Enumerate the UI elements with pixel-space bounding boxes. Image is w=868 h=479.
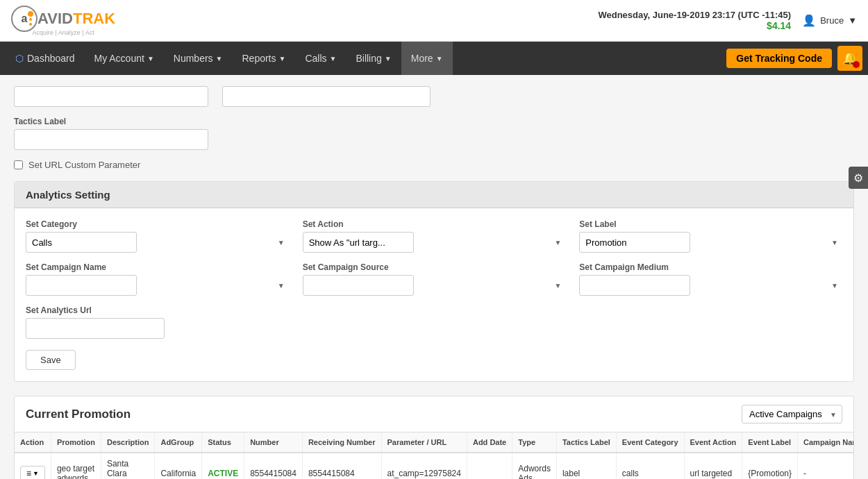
set-analytics-url-input[interactable] bbox=[26, 318, 165, 339]
cell-event-category: calls bbox=[616, 453, 684, 479]
set-label-group: Set Label Promotion bbox=[579, 219, 842, 253]
svg-point-4 bbox=[29, 23, 32, 26]
nav-my-account-caret: ▼ bbox=[147, 55, 154, 62]
current-promotion-section: Current Promotion Active Campaigns Actio… bbox=[14, 396, 854, 479]
nav-billing[interactable]: Billing ▼ bbox=[346, 42, 401, 75]
tactics-label-text: Tactics Label bbox=[14, 117, 854, 126]
tactics-label-input[interactable] bbox=[14, 129, 208, 150]
set-analytics-url-label: Set Analytics Url bbox=[26, 305, 842, 315]
nav-numbers-label: Numbers bbox=[174, 53, 213, 64]
svg-point-3 bbox=[29, 18, 32, 21]
set-action-label: Set Action bbox=[303, 219, 566, 229]
analytics-body: Set Category Calls Set Action Show As "u… bbox=[15, 208, 853, 381]
cell-parameter-url: at_camp=12975824 bbox=[381, 453, 467, 479]
form-group-left bbox=[14, 86, 208, 107]
get-tracking-label: Get Tracking Code bbox=[736, 53, 822, 64]
nav-more[interactable]: More ▼ bbox=[401, 42, 453, 75]
col-number: Number bbox=[244, 432, 303, 453]
set-analytics-url-group: Set Analytics Url bbox=[26, 305, 842, 339]
nav-calls[interactable]: Calls ▼ bbox=[295, 42, 346, 75]
col-promotion: Promotion bbox=[51, 432, 101, 453]
svg-text:a: a bbox=[22, 12, 28, 24]
nav-numbers[interactable]: Numbers ▼ bbox=[164, 42, 233, 75]
nav-reports-label: Reports bbox=[242, 53, 276, 64]
balance: $4.14 bbox=[598, 20, 791, 31]
status-badge: ACTIVE bbox=[208, 469, 238, 478]
get-tracking-button[interactable]: Get Tracking Code bbox=[726, 49, 832, 68]
analytics-grid: Set Category Calls Set Action Show As "u… bbox=[26, 219, 842, 296]
nav-reports-caret: ▼ bbox=[279, 55, 286, 62]
cell-event-action: url targeted bbox=[684, 453, 742, 479]
nav-calls-label: Calls bbox=[305, 53, 326, 64]
col-type: Type bbox=[512, 432, 557, 453]
top-left-input[interactable] bbox=[14, 86, 208, 107]
set-campaign-medium-select[interactable] bbox=[579, 275, 690, 296]
col-campaign-name: Campaign Name bbox=[798, 432, 853, 453]
user-menu[interactable]: 👤 Bruce ▼ bbox=[802, 14, 857, 27]
set-label-label: Set Label bbox=[579, 219, 842, 229]
settings-gear-panel[interactable]: ⚙ bbox=[849, 167, 868, 189]
set-campaign-source-select[interactable] bbox=[303, 275, 414, 296]
nav-reports[interactable]: Reports ▼ bbox=[232, 42, 295, 75]
col-receiving-number: Receiving Number bbox=[302, 432, 381, 453]
cell-number: 8554415084 bbox=[244, 453, 303, 479]
nav-billing-label: Billing bbox=[356, 53, 381, 64]
active-campaigns-select[interactable]: Active Campaigns bbox=[742, 405, 842, 423]
dashboard-icon: ⬡ bbox=[15, 53, 24, 64]
set-category-wrapper: Calls bbox=[26, 232, 289, 253]
user-name: Bruce bbox=[820, 15, 844, 26]
analytics-section: Analytics Setting Set Category Calls Set… bbox=[14, 181, 854, 382]
active-campaigns-wrapper: Active Campaigns bbox=[742, 405, 842, 423]
table-title: Current Promotion bbox=[26, 407, 131, 421]
nav-my-account[interactable]: My Account ▼ bbox=[85, 42, 164, 75]
nav-more-caret: ▼ bbox=[436, 55, 443, 62]
set-campaign-name-group: Set Campaign Name bbox=[26, 262, 289, 296]
set-category-select[interactable]: Calls bbox=[26, 232, 137, 253]
set-campaign-medium-wrapper bbox=[579, 275, 842, 296]
nav-dashboard[interactable]: ⬡ Dashboard bbox=[6, 42, 85, 75]
cell-tactics-label: label bbox=[556, 453, 616, 479]
datetime: Wednesday, June-19-2019 23:17 (UTC -11:4… bbox=[598, 10, 791, 31]
cell-adgroup: California bbox=[155, 453, 202, 479]
set-url-custom-param-row: Set URL Custom Parameter bbox=[14, 160, 854, 170]
tactics-label-group: Tactics Label bbox=[14, 117, 854, 150]
save-button[interactable]: Save bbox=[26, 350, 76, 370]
form-group-right bbox=[222, 86, 431, 107]
set-campaign-name-wrapper bbox=[26, 275, 289, 296]
cell-receiving-number: 8554415084 bbox=[302, 453, 381, 479]
cell-type: Adwords Ads bbox=[512, 453, 557, 479]
set-url-custom-param-checkbox[interactable] bbox=[14, 160, 23, 169]
col-event-label: Event Label bbox=[742, 432, 798, 453]
set-label-select[interactable]: Promotion bbox=[579, 232, 690, 253]
logo-text: AVIDTRAK bbox=[37, 10, 115, 28]
svg-point-2 bbox=[28, 11, 33, 17]
table-container: Action Promotion Description AdGroup Sta… bbox=[15, 432, 853, 479]
set-action-select[interactable]: Show As "url targ... bbox=[303, 232, 414, 253]
table-header: Current Promotion Active Campaigns bbox=[15, 396, 853, 432]
set-campaign-name-select[interactable] bbox=[26, 275, 137, 296]
analytics-title: Analytics Setting bbox=[26, 189, 110, 201]
set-campaign-medium-group: Set Campaign Medium bbox=[579, 262, 842, 296]
set-url-custom-param-label: Set URL Custom Parameter bbox=[28, 160, 140, 170]
cell-action: ≡ ▼ bbox=[15, 453, 51, 479]
logo-area: a AVIDTRAK Acquire | Analyze | Act bbox=[11, 6, 115, 36]
user-caret: ▼ bbox=[848, 15, 857, 26]
set-campaign-medium-label: Set Campaign Medium bbox=[579, 262, 842, 272]
action-dropdown-button[interactable]: ≡ ▼ bbox=[20, 466, 45, 479]
col-parameter-url: Parameter / URL bbox=[381, 432, 467, 453]
set-category-label: Set Category bbox=[26, 219, 289, 229]
nav-numbers-caret: ▼ bbox=[216, 55, 223, 62]
nav-billing-caret: ▼ bbox=[385, 55, 392, 62]
promotions-table: Action Promotion Description AdGroup Sta… bbox=[15, 432, 853, 479]
set-campaign-source-label: Set Campaign Source bbox=[303, 262, 566, 272]
nav-bar: ⬡ Dashboard My Account ▼ Numbers ▼ Repor… bbox=[0, 42, 868, 75]
analytics-header: Analytics Setting bbox=[15, 182, 853, 208]
main-content: Tactics Label Set URL Custom Parameter A… bbox=[0, 75, 868, 479]
set-action-group: Set Action Show As "url targ... bbox=[303, 219, 566, 253]
logo-icon: a bbox=[11, 6, 37, 32]
top-right-input[interactable] bbox=[222, 86, 431, 107]
top-form-row bbox=[14, 86, 854, 107]
col-add-date: Add Date bbox=[467, 432, 512, 453]
notifications-button[interactable]: 🔔 bbox=[837, 46, 862, 71]
cell-status: ACTIVE bbox=[202, 453, 244, 479]
